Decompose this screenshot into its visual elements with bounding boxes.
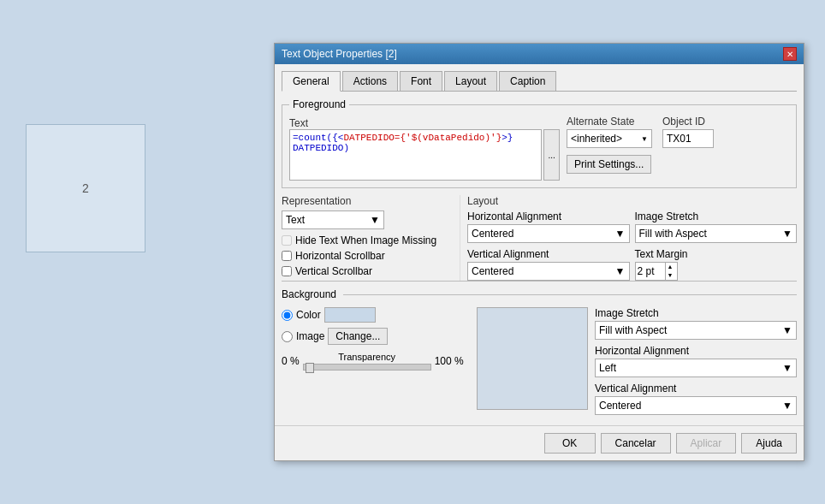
- layout-panel: Layout Horizontal Alignment Centered ▼ I…: [460, 195, 797, 281]
- horizontal-alignment-label: Horizontal Alignment: [467, 210, 630, 222]
- alternate-state-dropdown[interactable]: <inherited> ▼: [567, 129, 652, 148]
- transparency-slider-container: Transparency: [303, 352, 431, 371]
- text-label: Text: [289, 116, 560, 129]
- representation-arrow: ▼: [370, 214, 380, 226]
- vertical-alignment-value: Centered: [472, 265, 513, 277]
- hide-text-label: Hide Text When Image Missing: [295, 234, 436, 246]
- background-title: Background: [282, 288, 336, 300]
- bg-image-stretch-dropdown[interactable]: Fill with Aspect ▼: [595, 321, 797, 340]
- tab-actions[interactable]: Actions: [342, 71, 398, 91]
- image-stretch-dropdown[interactable]: Fill with Aspect ▼: [635, 224, 798, 243]
- ok-button[interactable]: OK: [544, 433, 596, 454]
- browse-button[interactable]: ...: [543, 129, 560, 181]
- object-id-input[interactable]: [662, 129, 714, 148]
- horizontal-scrollbar-checkbox[interactable]: [282, 251, 292, 261]
- foreground-section: Foreground Text =count({<DATPEDIDO={'$(v…: [282, 98, 797, 188]
- bg-vertical-alignment-field: Vertical Alignment Centered ▼: [595, 382, 797, 415]
- spinbox-arrows: ▲ ▼: [665, 263, 675, 280]
- background-section: Background Color Image: [282, 281, 797, 415]
- layout-grid: Horizontal Alignment Centered ▼ Image St…: [467, 210, 797, 281]
- vertical-alignment-label: Vertical Alignment: [467, 248, 630, 260]
- help-button[interactable]: Ajuda: [741, 433, 797, 454]
- bg-horizontal-alignment-label: Horizontal Alignment: [595, 345, 797, 357]
- text-margin-label: Text Margin: [635, 248, 798, 260]
- right-fields: Alternate State <inherited> ▼ Object ID: [567, 116, 789, 174]
- vertical-scrollbar-checkbox[interactable]: [282, 266, 292, 276]
- object-id-label: Object ID: [662, 116, 714, 127]
- dialog-title: Text Object Properties [2]: [282, 48, 397, 60]
- slider-thumb: [306, 363, 314, 373]
- representation-label: Representation: [282, 195, 453, 207]
- representation-select[interactable]: Text ▼: [282, 210, 384, 229]
- image-radio[interactable]: [282, 331, 293, 342]
- change-button[interactable]: Change...: [328, 328, 388, 345]
- bg-image-stretch-value: Fill with Aspect: [599, 324, 667, 336]
- alternate-state-value: <inherited>: [571, 133, 622, 145]
- tab-caption[interactable]: Caption: [499, 71, 556, 91]
- bg-vertical-alignment-dropdown[interactable]: Centered ▼: [595, 396, 797, 415]
- text-margin-row: 2 pt ▲ ▼: [635, 262, 798, 281]
- transparency-row: 0 % Transparency 100 %: [282, 352, 470, 371]
- hundred-label: 100 %: [435, 355, 464, 367]
- spin-up[interactable]: ▲: [666, 263, 675, 271]
- desktop: 2 Text Object Properties [2] ✕ General A…: [0, 0, 825, 504]
- text-area-wrapper: Text =count({<DATPEDIDO={'$(vDataPedido)…: [289, 116, 560, 181]
- color-label: Color: [296, 309, 321, 321]
- transparency-label: Transparency: [303, 352, 431, 362]
- dialog-footer: OK Cancelar Aplicar Ajuda: [275, 425, 804, 460]
- preview-number: 2: [82, 181, 89, 195]
- image-stretch-field: Image Stretch Fill with Aspect ▼: [635, 210, 798, 243]
- bg-right: Image Stretch Fill with Aspect ▼ Horizon…: [595, 307, 797, 415]
- horizontal-scrollbar-row: Horizontal Scrollbar: [282, 250, 453, 262]
- bg-horizontal-alignment-value: Left: [599, 362, 616, 374]
- text-margin-spinbox[interactable]: 2 pt ▲ ▼: [635, 262, 678, 281]
- bg-horizontal-alignment-field: Horizontal Alignment Left ▼: [595, 345, 797, 377]
- text-input[interactable]: =count({<DATPEDIDO={'$(vDataPedido)'}>} …: [289, 129, 542, 181]
- cancel-button[interactable]: Cancelar: [601, 433, 671, 454]
- color-radio[interactable]: [282, 310, 293, 321]
- alternate-state-group: Alternate State <inherited> ▼: [567, 116, 652, 148]
- bg-va-arrow: ▼: [782, 400, 792, 412]
- bg-is-arrow: ▼: [782, 324, 792, 336]
- hide-text-row: Hide Text When Image Missing: [282, 234, 453, 246]
- tab-general[interactable]: General: [282, 71, 341, 92]
- horizontal-alignment-value: Centered: [472, 228, 513, 240]
- apply-button[interactable]: Aplicar: [676, 433, 737, 454]
- print-settings-button[interactable]: Print Settings...: [567, 155, 651, 174]
- bg-ha-arrow: ▼: [782, 362, 792, 374]
- dialog-titlebar: Text Object Properties [2] ✕: [275, 44, 804, 64]
- representation-value: Text: [286, 214, 305, 226]
- color-swatch[interactable]: [324, 307, 376, 323]
- tab-font[interactable]: Font: [400, 71, 442, 91]
- bg-left: Color Image Change... 0 % Transparency: [282, 307, 470, 415]
- hide-text-checkbox[interactable]: [282, 235, 292, 246]
- tab-layout[interactable]: Layout: [444, 71, 497, 91]
- image-stretch-value: Fill with Aspect: [639, 228, 707, 240]
- foreground-legend: Foreground: [289, 98, 349, 110]
- transparency-slider[interactable]: [303, 364, 431, 371]
- alternate-state-label: Alternate State: [567, 116, 652, 127]
- bg-content: Color Image Change... 0 % Transparency: [282, 307, 797, 415]
- representation-panel: Representation Text ▼ Hide Text When Ima…: [282, 195, 453, 281]
- horizontal-alignment-dropdown[interactable]: Centered ▼: [467, 224, 630, 243]
- bg-image-stretch-field: Image Stretch Fill with Aspect ▼: [595, 307, 797, 340]
- vertical-alignment-dropdown[interactable]: Centered ▼: [467, 262, 630, 281]
- dialog-content: General Actions Font Layout Caption Fore…: [275, 64, 804, 422]
- layout-label: Layout: [467, 195, 797, 207]
- bg-vertical-alignment-value: Centered: [599, 400, 641, 412]
- bg-preview: [477, 307, 588, 410]
- vertical-scrollbar-row: Vertical Scrollbar: [282, 265, 453, 277]
- spin-down[interactable]: ▼: [666, 271, 675, 280]
- vertical-scrollbar-label: Vertical Scrollbar: [295, 265, 372, 277]
- close-button[interactable]: ✕: [783, 47, 797, 61]
- va-arrow: ▼: [615, 265, 626, 277]
- color-radio-row: Color: [282, 307, 470, 323]
- alternate-state-arrow: ▼: [641, 135, 648, 143]
- tabs-container: General Actions Font Layout Caption: [282, 71, 797, 92]
- text-margin-field: Text Margin 2 pt ▲ ▼: [635, 248, 798, 281]
- image-label: Image: [296, 330, 324, 342]
- ha-arrow: ▼: [615, 228, 626, 240]
- image-stretch-label: Image Stretch: [635, 210, 798, 222]
- is-arrow: ▼: [782, 228, 792, 240]
- bg-horizontal-alignment-dropdown[interactable]: Left ▼: [595, 359, 797, 377]
